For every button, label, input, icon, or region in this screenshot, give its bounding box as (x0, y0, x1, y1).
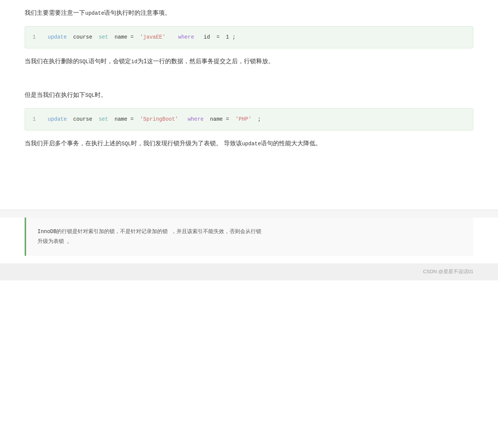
line-number-1: 1 (33, 33, 40, 42)
kw-where-2: where (188, 116, 204, 122)
line-number-2: 1 (33, 115, 40, 124)
code-content-2: update course set name = 'SpringBoot' wh… (48, 115, 465, 124)
gray-bg-spacer (0, 210, 498, 218)
para3-text-2: 时。 (95, 92, 107, 98)
para4-text-2: 时，我们发现行锁升级为了表锁。 导致该 (131, 140, 242, 146)
quote-text: InnoDB的行锁是针对索引加的锁，不是针对记录加的锁 ，并且该索引不能失效，否… (37, 227, 462, 247)
code-name-eq-3: name = (207, 116, 232, 122)
paragraph-4: 当我们开启多个事务，在执行上述的SQL时，我们发现行锁升级为了表锁。 导致该up… (25, 138, 473, 149)
intro-text-2: 语句执行时的注意事项。 (104, 9, 171, 16)
intro-text-1: 我们主要需要注意一下 (25, 9, 85, 16)
code-id-eq-1: id = 1 ; (197, 34, 236, 40)
code-content-1: update course set name = 'javaEE' where … (48, 33, 465, 42)
kw-set-2: set (98, 116, 108, 122)
kw-set-1: set (98, 34, 108, 40)
kw-php: 'PHP' (236, 116, 251, 122)
paragraph-3: 但是当我们在执行如下SQL时。 (25, 90, 473, 101)
quote-text-content: 的行锁是针对索引加的锁，不是针对记录加的锁 ，并且该索引不能失效，否则会从行锁升… (37, 229, 261, 245)
para3-text-1: 但是当我们在执行如下 (25, 92, 85, 98)
para4-text-1: 当我们开启多个事务，在执行上述的 (25, 140, 122, 146)
kw-update-2: update (48, 116, 67, 122)
footer-bar: CSDN @星星不说话01 (0, 263, 498, 280)
footer-credit: CSDN @星星不说话01 (423, 269, 473, 274)
code-name-eq-2: name = (111, 116, 137, 122)
intro-paragraph: 我们主要需要注意一下update语句执行时的注意事项。 (25, 8, 473, 19)
paragraph-2: 当我们在执行删除的SQL语句时，会锁定id为1这一行的数据，然后事务提交之后，行… (25, 56, 473, 67)
para4-text-3: 语句的性能大大降低。 (261, 140, 322, 146)
kw-update-1: update (48, 34, 67, 40)
code-block-1: 1 update course set name = 'javaEE' wher… (25, 26, 473, 48)
code-space-1: course (70, 34, 95, 40)
para4-sql: SQL (122, 141, 131, 147)
quote-innodb-inline: InnoDB (37, 229, 56, 235)
spacer-3 (25, 172, 473, 187)
para2-text-3: 为1这一行的数据，然后事务提交之后，行锁释放。 (137, 58, 274, 64)
para2-id: id (131, 59, 137, 65)
code-space-3: course (70, 116, 95, 122)
bottom-spacer (0, 256, 498, 263)
intro-inline-update: update (85, 10, 104, 16)
main-content: 我们主要需要注意一下update语句执行时的注意事项。 1 update cou… (0, 0, 498, 202)
code-block-2: 1 update course set name = 'SpringBoot' … (25, 108, 473, 131)
para2-text-1: 当我们在执行删除的 (25, 58, 79, 64)
kw-javaee: 'javaEE' (140, 34, 165, 40)
kw-where-1: where (178, 34, 194, 40)
quote-block: InnoDB的行锁是针对索引加的锁，不是针对记录加的锁 ，并且该索引不能失效，否… (25, 218, 473, 256)
code-semicolon: ; (254, 116, 261, 122)
spacer-2 (25, 157, 473, 172)
code-space-4 (181, 116, 184, 122)
spacer-4 (25, 187, 473, 202)
para4-update-inline: update (242, 141, 261, 147)
para2-sql-1: SQL (79, 59, 89, 65)
code-space-2 (169, 34, 175, 40)
spacer-1 (25, 75, 473, 90)
kw-springboot: 'SpringBoot' (140, 116, 178, 122)
para3-sql: SQL (85, 92, 95, 98)
code-name-eq-1: name = (111, 34, 137, 40)
para2-text-2: 语句时，会锁定 (89, 58, 131, 64)
